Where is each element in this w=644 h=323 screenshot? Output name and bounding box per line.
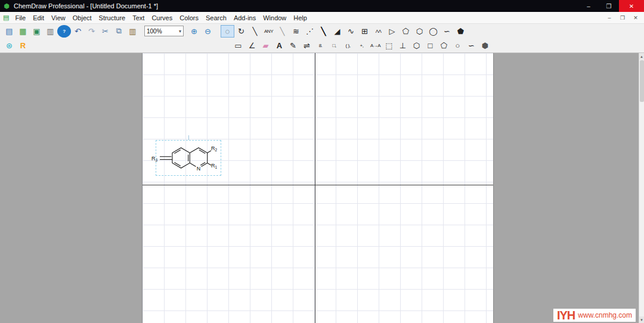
redo-icon[interactable]: ↷ (85, 25, 98, 38)
bold-bond-icon[interactable]: ╲ (317, 25, 330, 38)
shapes-tool-icon[interactable]: □, (327, 39, 341, 52)
curved-arrow-tool-icon[interactable]: ∽ (440, 25, 454, 38)
addin-swirl-icon[interactable]: ⊛ (2, 39, 16, 52)
zoom-level-select[interactable]: 100% ▾ (144, 26, 184, 36)
any-bond-icon[interactable]: ANY (262, 25, 275, 38)
zoom-out-icon[interactable]: ⊖ (201, 25, 215, 38)
zoom-value: 100% (147, 28, 162, 35)
plus-tool-icon[interactable]: +, (355, 39, 369, 52)
hashed-bond-icon[interactable]: ≋ (289, 25, 303, 38)
window-title: ChemDraw Professional - [Untitled Docume… (14, 2, 158, 10)
menu-window[interactable]: Window (259, 13, 290, 23)
close-button[interactable]: ✕ (619, 0, 644, 12)
vertical-scrollbar[interactable]: ▲ ▼ (639, 53, 644, 323)
menu-text[interactable]: Text (129, 13, 148, 23)
benzene-tool-icon[interactable]: ◯ (426, 25, 440, 38)
app-icon: ⬢ (2, 2, 11, 10)
reaction-map-tool-icon[interactable]: A→A (369, 39, 382, 52)
arrows-tool-icon[interactable]: ⇌ (300, 39, 314, 52)
menu-colors[interactable]: Colors (176, 13, 202, 23)
dashed-bond-icon[interactable]: ╲ (275, 25, 289, 38)
menu-addins[interactable]: Add-ins (230, 13, 259, 23)
new-document-icon[interactable]: ▤ (2, 25, 16, 38)
solid-bond-icon[interactable]: ╲ (248, 25, 262, 38)
wedge-bond-icon[interactable]: ◢ (330, 25, 344, 38)
text-tool-icon[interactable]: A (273, 39, 286, 52)
menu-object[interactable]: Object (69, 13, 95, 23)
page-divider-vertical (315, 53, 315, 323)
watermark-logo: IYH (557, 309, 575, 321)
templates-tool-icon[interactable]: ⬟ (454, 25, 467, 38)
brackets-tool-icon[interactable]: ( ), (341, 39, 355, 52)
pen-tool-icon[interactable]: ✎ (286, 39, 300, 52)
eraser-tool-icon[interactable]: ▰ (259, 39, 273, 52)
drawing-toolbar-group: ◌↻╲ANY╲≋⋰╲◢∿⊞ΛΛ▷⬠⬡◯∽⬟ (221, 25, 467, 38)
file-toolbar-group: ▤▦▣▥?↶↷✂⧉▥ (2, 25, 140, 38)
menu-curves[interactable]: Curves (148, 13, 176, 23)
scrollbar-thumb[interactable] (640, 60, 644, 102)
wavy-bond-icon[interactable]: ∿ (344, 25, 358, 38)
tlc-plate-tool-icon[interactable]: ⊥ (396, 39, 410, 52)
toolbar-row-2: ⊛R ▭∠▰A✎⇌8.□,( ),+,A→A⬚⊥⬡□⬠○∽⬢ (0, 38, 644, 52)
document-page[interactable]: N R1 R2 R3 (142, 53, 494, 323)
cyclohexane-tool-icon[interactable]: ⬡ (413, 25, 426, 38)
scroll-up-icon[interactable]: ▲ (639, 53, 644, 60)
chevron-down-icon: ▾ (179, 29, 181, 34)
watermark-url: www.cnmhg.com (578, 311, 632, 319)
print-icon[interactable]: ▥ (44, 25, 57, 38)
toolbar-area: ▤▦▣▥?↶↷✂⧉▥ 100% ▾ ⊕⊖ ◌↻╲ANY╲≋⋰╲◢∿⊞ΛΛ▷⬠⬡◯… (0, 24, 644, 53)
doc-minimize-button[interactable]: – (606, 15, 613, 21)
document-icon: ▤ (3, 14, 9, 21)
menu-edit[interactable]: Edit (29, 13, 48, 23)
zoom-in-icon[interactable]: ⊕ (187, 25, 201, 38)
paste-icon[interactable]: ▥ (126, 25, 140, 38)
menu-help[interactable]: Help (290, 13, 311, 23)
annotation-toolbar-group: ▭∠▰A✎⇌8.□,( ),+,A→A⬚⊥⬡□⬠○∽⬢ (231, 39, 492, 52)
curve-template-icon[interactable]: ∽ (465, 39, 478, 52)
toolbar-row-1: ▤▦▣▥?↶↷✂⧉▥ 100% ▾ ⊕⊖ ◌↻╲ANY╲≋⋰╲◢∿⊞ΛΛ▷⬠⬡◯… (0, 24, 644, 38)
help-icon[interactable]: ? (57, 25, 71, 38)
menu-search[interactable]: Search (202, 13, 230, 23)
arrow-tool-icon[interactable]: ▷ (385, 25, 399, 38)
pentagon-template-icon[interactable]: ⬠ (437, 39, 451, 52)
menu-items: FileEditViewObjectStructureTextCurvesCol… (11, 13, 311, 23)
menu-bar: ▤ FileEditViewObjectStructureTextCurvesC… (0, 12, 644, 24)
document-window-controls: – ❐ ✕ (606, 15, 644, 21)
angle-tool-icon[interactable]: ∠ (245, 39, 259, 52)
hexagon-template-icon[interactable]: ⬡ (410, 39, 423, 52)
doc-close-button[interactable]: ✕ (632, 15, 639, 21)
circle-template-icon[interactable]: ○ (451, 39, 465, 52)
lasso-tool-icon[interactable]: ◌ (221, 25, 234, 38)
menu-structure[interactable]: Structure (95, 13, 129, 23)
frame-tool-icon[interactable]: ⬚ (382, 39, 396, 52)
cut-icon[interactable]: ✂ (98, 25, 112, 38)
hashed-wedge-icon[interactable]: ⋰ (303, 25, 317, 38)
undo-icon[interactable]: ↶ (71, 25, 85, 38)
chain-tool-icon[interactable]: ΛΛ (371, 25, 385, 38)
orbitals-tool-icon[interactable]: 8. (314, 39, 327, 52)
save-icon[interactable]: ▣ (30, 25, 44, 38)
marquee-tool-icon[interactable]: ▭ (231, 39, 245, 52)
selection-box[interactable] (156, 140, 221, 176)
minimize-button[interactable]: – (578, 0, 599, 12)
scroll-down-icon[interactable]: ▼ (639, 316, 644, 323)
zoom-toolbar-group: ⊕⊖ (187, 25, 215, 38)
window-controls: – ❐ ✕ (578, 0, 644, 12)
r-group-icon[interactable]: R (16, 39, 30, 52)
rotate-tool-icon[interactable]: ↻ (234, 25, 248, 38)
doc-restore-button[interactable]: ❐ (619, 15, 626, 21)
open-icon[interactable]: ▦ (16, 25, 30, 38)
square-template-icon[interactable]: □ (423, 39, 437, 52)
watermark: IYH www.cnmhg.com (553, 309, 636, 322)
title-bar: ⬢ ChemDraw Professional - [Untitled Docu… (0, 0, 644, 12)
workspace: N R1 R2 R3 ▲ ▼ IYH www.cnmhg.com (0, 53, 644, 323)
menu-view[interactable]: View (48, 13, 69, 23)
table-tool-icon[interactable]: ⊞ (358, 25, 371, 38)
maximize-button[interactable]: ❐ (599, 0, 619, 12)
side-toolbar-group: ⊛R (2, 39, 30, 52)
copy-icon[interactable]: ⧉ (112, 25, 126, 38)
chair-template-icon[interactable]: ⬢ (478, 39, 492, 52)
cyclopentane-tool-icon[interactable]: ⬠ (399, 25, 413, 38)
rotation-handle[interactable] (188, 135, 189, 140)
menu-file[interactable]: File (11, 13, 29, 23)
